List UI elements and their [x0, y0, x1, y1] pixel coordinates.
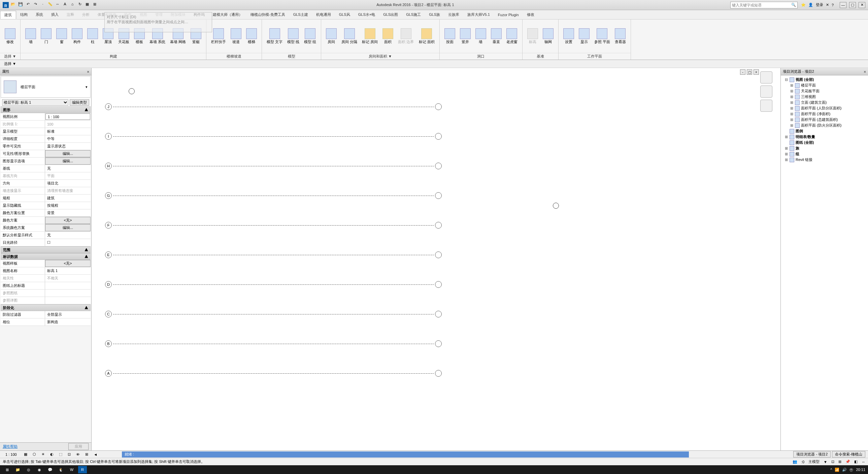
task-word-icon[interactable]: W	[67, 466, 76, 473]
ribbon-window-button[interactable]: 窗	[54, 28, 69, 44]
task-revit-icon[interactable]: R	[78, 466, 87, 473]
search-input[interactable]	[732, 3, 791, 7]
minimize-button[interactable]: —	[840, 2, 846, 8]
measure-icon[interactable]: 📏	[47, 2, 53, 8]
expand-icon[interactable]: ⊞	[784, 158, 788, 162]
ribbon-tag-area-button[interactable]: 标记 面积	[417, 28, 437, 44]
menu-tab-13[interactable]: 橄榄山快模-免费工具	[246, 11, 289, 19]
help-search[interactable]: 🔍	[730, 2, 798, 8]
redo-icon[interactable]: ↷	[32, 2, 38, 8]
prop-value[interactable]: 建筑	[45, 195, 91, 202]
prop-value[interactable]: 显示原状态	[45, 143, 91, 150]
signin-icon[interactable]: 👤	[808, 3, 813, 7]
menu-tab-19[interactable]: GLS施工	[402, 11, 425, 19]
task-qq-icon[interactable]: 🐧	[57, 466, 65, 473]
detail-icon[interactable]: ▦	[23, 452, 28, 457]
grid-line-A[interactable]: A	[105, 370, 442, 377]
grid-line-I[interactable]: I	[105, 133, 442, 140]
ribbon-floor-button[interactable]: 楼板	[132, 28, 147, 44]
expand-icon[interactable]: ⊞	[789, 106, 794, 110]
ribbon-mullion-button[interactable]: 竖梃	[189, 28, 204, 44]
prop-value[interactable]: 编辑...	[45, 158, 91, 165]
edit-type-button[interactable]: 编辑类型	[70, 99, 89, 106]
expand-icon[interactable]: ⊟	[784, 77, 788, 82]
drawing-canvas[interactable]: - ▢ × JIHGFEDCBA	[92, 68, 780, 450]
ribbon-curtain-grid-button[interactable]: 幕墙 网格	[168, 28, 188, 44]
close-icon[interactable]: ×	[87, 70, 89, 74]
menu-tab-0[interactable]: 建筑	[0, 11, 16, 19]
close-button[interactable]: ✕	[859, 2, 865, 8]
expand-icon[interactable]: ⊞	[789, 112, 794, 116]
prop-value[interactable]: 编辑...	[45, 224, 91, 231]
select-pin-icon[interactable]: 📌	[845, 460, 850, 464]
tree-item[interactable]: ⊞立面 (建筑立面)	[782, 100, 867, 105]
ribbon-set-button[interactable]: 设置	[561, 28, 576, 44]
prev-icon[interactable]: ◄	[93, 452, 98, 457]
grid-line-B[interactable]: B	[105, 340, 442, 347]
nav-wheel-icon[interactable]	[760, 86, 772, 98]
ribbon-roof-button[interactable]: 屋顶	[101, 28, 116, 44]
shadow-icon[interactable]: ◐	[49, 452, 55, 457]
ribbon-room-sep-button[interactable]: 房间 分隔	[339, 28, 359, 44]
grid-line-E[interactable]: E	[105, 251, 442, 258]
ribbon-column-button[interactable]: 柱	[85, 28, 100, 44]
menu-tab-16[interactable]: GLS风	[335, 11, 354, 19]
menu-tab-2[interactable]: 系统	[32, 11, 47, 19]
expand-icon[interactable]: ⊞	[789, 83, 794, 88]
ribbon-modify-button[interactable]: 修改	[3, 28, 18, 44]
print-icon[interactable]: ·	[40, 2, 46, 8]
tree-item[interactable]: ⊞三维视图	[782, 94, 867, 100]
task-explorer-icon[interactable]: 📁	[13, 466, 22, 473]
switch-icon[interactable]: ⊞	[92, 2, 98, 8]
task-browser-icon[interactable]: ◎	[24, 466, 33, 473]
ribbon-show-button[interactable]: 显示	[577, 28, 592, 44]
menu-tab-1[interactable]: 结构	[16, 11, 32, 19]
menu-tab-22[interactable]: 族库大师V5.1	[463, 11, 494, 19]
sun-icon[interactable]: ☀	[40, 452, 46, 457]
prop-section-header[interactable]: 标识数据⯅	[1, 253, 91, 260]
hide-icon[interactable]: 👁	[75, 452, 81, 457]
task-wechat-icon[interactable]: 💬	[46, 466, 55, 473]
tree-item[interactable]: 图纸 (全部)	[782, 140, 867, 146]
maximize-button[interactable]: ▢	[849, 2, 856, 8]
sync-icon[interactable]: ↻	[77, 2, 83, 8]
prop-value[interactable]: 标准	[45, 128, 91, 135]
prop-value[interactable]: 编辑...	[45, 150, 91, 157]
grid-line-G[interactable]: G	[105, 192, 442, 199]
menu-tab-3[interactable]: 插入	[47, 11, 63, 19]
prop-value[interactable]: 按规程	[45, 202, 91, 209]
grid-line-H[interactable]: H	[105, 163, 442, 169]
model-label[interactable]: 主模型	[808, 459, 819, 464]
prop-value[interactable]: 1 : 100	[45, 114, 90, 120]
menu-tab-15[interactable]: 机电通用	[312, 11, 335, 19]
menu-tab-23[interactable]: Fuzor Plugin	[494, 11, 523, 18]
crop-icon[interactable]: ⬚	[58, 452, 63, 457]
text-icon[interactable]: A	[62, 2, 68, 8]
prop-section-header[interactable]: 图形⯅	[1, 106, 91, 113]
exchange-icon[interactable]: ✕	[826, 3, 829, 7]
default3d-icon[interactable]: ⌂	[69, 2, 75, 8]
tab-browser[interactable]: 项目浏览器 - 项目2	[793, 451, 831, 457]
tree-item[interactable]: ⊞组	[782, 151, 867, 157]
apply-button[interactable]: 应用	[68, 443, 89, 450]
prop-section-header[interactable]: 范围⯅	[1, 246, 91, 253]
ribbon-model-text-button[interactable]: 模型 文字	[265, 28, 284, 44]
expand-icon[interactable]: ⊞	[784, 146, 788, 151]
menu-tab-20[interactable]: GLS族	[425, 11, 444, 19]
workset-icon[interactable]: 👥	[793, 460, 797, 464]
prop-value[interactable]: 中等	[45, 135, 91, 143]
select-link-icon[interactable]: ⊡	[831, 460, 834, 464]
prop-value[interactable]: 无	[45, 165, 91, 172]
view-restore-icon[interactable]: ▢	[747, 69, 752, 75]
prop-section-header[interactable]: 阶段化⯅	[1, 304, 91, 311]
menu-tab-17[interactable]: GLS水+电	[354, 11, 379, 19]
prop-value[interactable]: 无	[45, 232, 91, 239]
ribbon-component-button[interactable]: 构件	[70, 28, 85, 44]
prop-value[interactable]: 新构造	[45, 318, 91, 325]
tray-up-icon[interactable]: ^	[830, 468, 832, 472]
ribbon-model-group-button[interactable]: 模型 组	[302, 28, 318, 44]
tree-item[interactable]: ⊞天花板平面	[782, 88, 867, 94]
menu-tab-12[interactable]: 建模大师（通用）	[209, 11, 246, 19]
dim-icon[interactable]: ↔	[55, 2, 61, 8]
menu-tab-24[interactable]: 修改	[523, 11, 538, 19]
